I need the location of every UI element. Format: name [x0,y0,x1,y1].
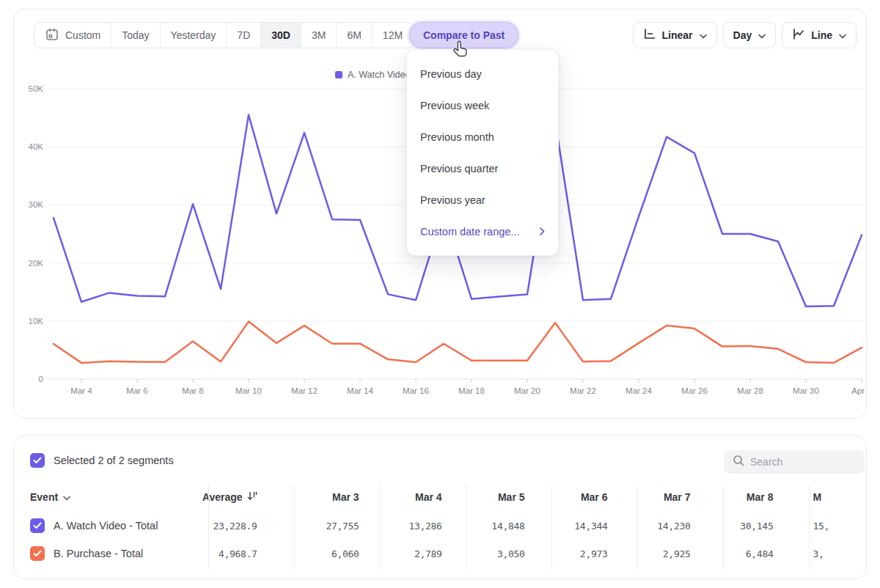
x-axis-label: Mar 10 [235,386,262,395]
x-axis-label: Mar 24 [626,386,652,395]
cell-value: 27,755 [285,521,368,532]
cell-value: 3,050 [451,548,534,559]
x-axis-label: Mar 16 [403,386,429,395]
y-axis-label: 10K [29,317,44,326]
legend-swatch [335,71,342,78]
x-axis-label: Mar 12 [291,386,318,395]
cell-value: 14,848 [451,521,534,532]
column-separator [809,485,810,570]
average-value: 23,228.9 [202,521,285,532]
custom-date-range-label: Custom date range... [420,226,519,238]
cell-value: 2,925 [617,548,700,559]
cell-value: 14,230 [617,521,700,532]
date-column-header[interactable]: Mar 3 [285,491,368,503]
chevron-right-icon [540,226,545,238]
column-separator [723,485,724,570]
cell-value: 30,145 [699,521,782,532]
x-axis-label: Mar 30 [793,386,819,395]
cell-value: 6,060 [285,548,368,559]
y-axis-label: 30K [29,200,44,209]
x-axis-label: Mar 8 [182,386,203,395]
x-axis-label: Mar 26 [681,386,708,395]
date-column-header[interactable]: Mar 5 [451,491,534,503]
menu-item-previous-quarter[interactable]: Previous quarter [407,152,558,184]
search-box[interactable] [724,450,865,474]
table-row: B. Purchase - Total4,968.76,0602,7893,05… [14,540,866,567]
table-header-row: EventAverageMar 3Mar 4Mar 5Mar 6Mar 7Mar… [14,482,866,512]
y-axis-label: 0 [39,375,43,383]
sort-descending-icon [247,491,257,503]
y-axis-label: 40K [29,142,44,151]
x-axis-label: Mar 4 [70,386,92,395]
x-axis-label: Mar 20 [514,386,540,395]
selected-summary-label: Selected 2 of 2 segments [54,455,174,466]
clipped-cell-value: 15, [782,521,866,532]
menu-item-previous-year[interactable]: Previous year [407,184,558,216]
table-row: A. Watch Video - Total23,228.927,75513,2… [14,512,866,540]
search-icon [733,455,744,469]
column-separator [466,485,466,570]
x-axis-label: Apr 1 [851,386,868,395]
chevron-down-icon [63,491,70,503]
date-column-header[interactable]: Mar 7 [617,491,700,503]
menu-item-previous-day[interactable]: Previous day [407,58,558,89]
x-axis-label: Mar 14 [347,386,373,395]
series-line[interactable] [54,322,862,363]
x-axis-label: Mar 28 [737,386,763,395]
date-column-header[interactable]: Mar 8 [699,491,782,503]
cell-value: 6,484 [699,548,782,559]
cell-value: 2,973 [534,548,617,559]
menu-item-previous-week[interactable]: Previous week [407,89,558,121]
menu-item-custom-date-range[interactable]: Custom date range... [407,216,558,247]
clipped-cell-value: 3, [782,548,866,559]
clipped-column-header: M [782,491,866,503]
cell-value: 14,344 [534,521,617,532]
x-axis-label: Mar 18 [458,386,485,395]
y-axis-label: 20K [29,259,44,268]
average-column-header[interactable]: Average [202,491,257,503]
select-all-checkbox[interactable] [30,453,45,468]
compare-to-past-menu: Previous dayPrevious weekPrevious monthP… [406,49,559,256]
row-checkbox[interactable] [30,546,45,561]
event-label: B. Purchase - Total [54,548,143,559]
row-checkbox[interactable] [30,518,45,533]
column-separator [294,485,295,570]
average-value: 4,968.7 [202,548,285,559]
chart-card: CustomTodayYesterday7D30D3M6M12M Compare… [13,9,867,419]
segments-table: EventAverageMar 3Mar 4Mar 5Mar 6Mar 7Mar… [14,482,866,567]
event-label: A. Watch Video - Total [54,520,158,532]
column-separator [380,485,381,570]
event-column-header[interactable]: Event [30,491,70,503]
y-axis-label: 50K [29,84,44,93]
column-separator [551,485,552,570]
segments-table-card: Selected 2 of 2 segments EventAverageMar… [13,435,867,579]
search-input[interactable] [750,456,846,468]
column-separator [637,485,638,570]
column-separator [208,485,209,570]
x-axis-label: Mar 6 [126,386,147,395]
x-axis-label: Mar 22 [570,386,596,395]
date-column-header[interactable]: Mar 6 [534,491,617,503]
menu-item-previous-month[interactable]: Previous month [407,121,558,152]
